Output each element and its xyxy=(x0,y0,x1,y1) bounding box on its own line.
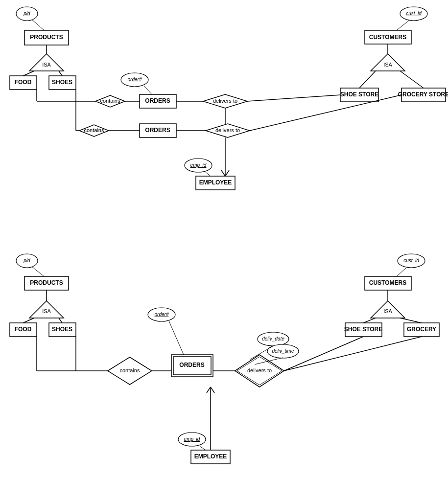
customers-label-bottom: CUSTOMERS xyxy=(369,279,406,286)
pid-attr-bottom-label: pid xyxy=(23,258,30,263)
delivers1-shoestore-line xyxy=(247,95,340,101)
delivers-to1-label-top: delivers to xyxy=(213,98,237,104)
cust-id-attr-bottom-label: cust_id xyxy=(403,258,419,263)
emp-id-attr-bottom-label: emp_id xyxy=(184,436,200,442)
custid-customers-line-top xyxy=(397,21,409,30)
isa-label-products-bottom: ISA xyxy=(42,308,51,314)
empid-employee1-line xyxy=(206,172,211,176)
isa-grocerystore1-line xyxy=(400,71,424,88)
emp-id-attr-top-label: emp_id xyxy=(190,162,207,168)
products-label-top: PRODUCTS xyxy=(30,34,63,41)
isa-label-products-top: ISA xyxy=(42,62,51,68)
isa-shoes-line-bottom xyxy=(59,318,62,323)
arrow1-left xyxy=(221,170,225,176)
deliv-time-attr-label: deliv_time xyxy=(272,348,294,354)
order-attr-bottom-label: order# xyxy=(155,312,169,317)
cust-id-attr-top-label: cust_id xyxy=(406,11,422,16)
food-label-bottom: FOOD xyxy=(15,326,32,333)
delivers-grocery-line xyxy=(284,337,422,371)
delivers-to2-label-top: delivers to xyxy=(215,127,240,133)
isa-shoes-line-top xyxy=(59,71,62,76)
shoes-label-bottom: SHOES xyxy=(52,326,72,333)
contains-label-bottom: contains xyxy=(120,367,140,373)
isa-shoestore-line-bottom xyxy=(363,318,376,323)
isa-food-line-top xyxy=(23,71,34,76)
customers-label-top: CUSTOMERS xyxy=(369,34,406,41)
arrow-bottom-left xyxy=(207,387,211,393)
employee-label-bottom: EMPLOYEE xyxy=(194,453,227,460)
custid-customers-line-bottom xyxy=(397,268,406,276)
products-label-bottom: PRODUCTS xyxy=(30,279,63,286)
isa-label-customers-bottom: ISA xyxy=(383,308,392,314)
grocery-store1-label: GROCERY STORE xyxy=(398,91,448,98)
isa-grocery-line-bottom xyxy=(400,318,422,323)
shoes-label-top: SHOES xyxy=(52,79,72,86)
employee1-label: EMPLOYEE xyxy=(199,179,232,186)
food-label-top: FOOD xyxy=(15,79,32,86)
orders2-label-top: ORDERS xyxy=(145,127,170,134)
arrow1-right xyxy=(225,170,229,176)
pid-products-line-bottom xyxy=(32,267,44,276)
isa-label-customers-top: ISA xyxy=(383,62,392,68)
grocery-label-bottom: GROCERY xyxy=(407,326,436,333)
shoe-store1-label: SHOE STORE xyxy=(340,91,378,98)
orders-label-bottom: ORDERS xyxy=(179,362,204,368)
delivers-to-label-bottom: delivers to xyxy=(247,367,272,373)
order-orders1-line xyxy=(144,86,152,94)
isa-food-line-bottom xyxy=(23,318,34,323)
empid-employee-line-bottom xyxy=(200,446,206,450)
delivers2-grocerystore-line xyxy=(250,95,401,131)
order-attr-top-label: order# xyxy=(128,77,142,82)
contains2-label-top: contains xyxy=(84,127,104,133)
er-diagram: pid PRODUCTS ISA FOOD SHOES order# ORDER… xyxy=(0,0,448,500)
orders1-label-top: ORDERS xyxy=(145,97,170,104)
contains1-label-top: contains xyxy=(100,98,120,104)
pid-products-line-top xyxy=(32,20,44,30)
isa-shoestore1-line xyxy=(359,71,376,88)
arrow-bottom-right xyxy=(211,387,214,393)
shoe-store-label-bottom: SHOE STORE xyxy=(344,326,382,333)
order-orders-line-bottom xyxy=(169,321,184,355)
deliv-date-attr-label: deliv_date xyxy=(262,336,284,341)
pid-attr-top-label: pid xyxy=(23,11,30,16)
